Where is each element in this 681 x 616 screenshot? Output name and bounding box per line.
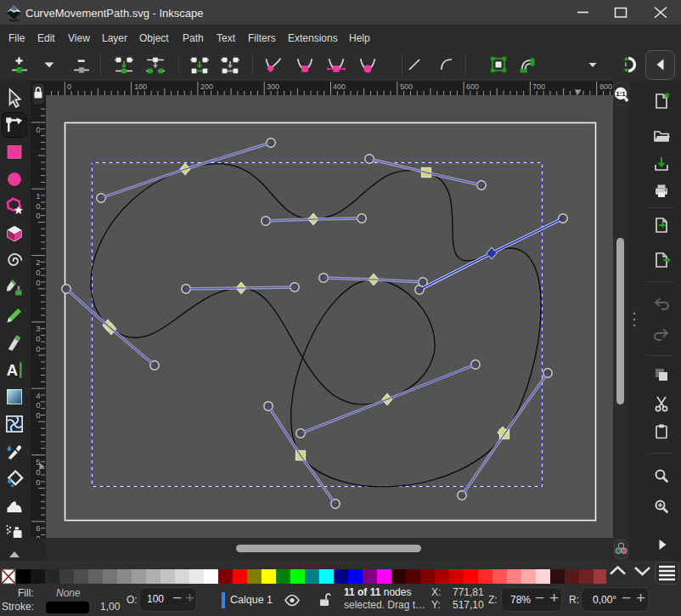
svg-text:1: 1 bbox=[36, 191, 40, 201]
svg-text:0: 0 bbox=[36, 344, 40, 353]
svg-text:0: 0 bbox=[36, 268, 40, 277]
svg-text:0: 0 bbox=[36, 278, 40, 287]
svg-text:0: 0 bbox=[36, 211, 40, 220]
svg-text:0: 0 bbox=[67, 82, 71, 91]
svg-text:800: 800 bbox=[599, 82, 612, 91]
svg-text:4: 4 bbox=[36, 391, 40, 400]
svg-text:500: 500 bbox=[400, 82, 413, 91]
svg-text:0: 0 bbox=[36, 334, 40, 343]
svg-text:0: 0 bbox=[36, 478, 40, 487]
svg-text:700: 700 bbox=[532, 82, 545, 91]
svg-text:400: 400 bbox=[333, 82, 346, 91]
svg-text:0: 0 bbox=[36, 125, 40, 134]
svg-text:600: 600 bbox=[466, 82, 479, 91]
svg-text:1:1: 1:1 bbox=[616, 90, 626, 98]
svg-text:3: 3 bbox=[36, 324, 40, 333]
svg-text:100: 100 bbox=[134, 82, 147, 91]
svg-text:6: 6 bbox=[36, 523, 40, 533]
svg-text:0: 0 bbox=[36, 201, 40, 211]
svg-text:0: 0 bbox=[36, 410, 40, 420]
svg-text:0: 0 bbox=[36, 400, 40, 410]
svg-text:200: 200 bbox=[200, 82, 213, 91]
svg-text:2: 2 bbox=[36, 257, 40, 267]
svg-text:300: 300 bbox=[267, 82, 279, 91]
svg-text:A: A bbox=[7, 361, 18, 379]
